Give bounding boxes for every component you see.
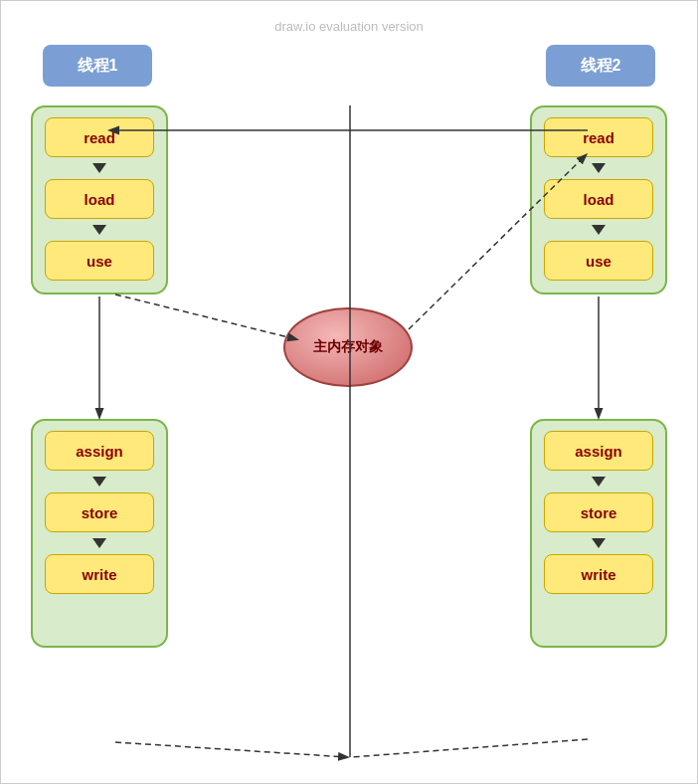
thread1-bot-group: assign store write bbox=[31, 419, 168, 648]
svg-line-2 bbox=[115, 294, 296, 339]
svg-line-7 bbox=[352, 739, 588, 757]
thread1-load: load bbox=[45, 179, 154, 219]
thread2-header: 线程2 bbox=[546, 45, 655, 87]
thread1-top-group: read load use bbox=[31, 105, 168, 294]
arrow bbox=[92, 538, 106, 548]
arrow bbox=[592, 538, 606, 548]
thread2-assign: assign bbox=[544, 431, 653, 471]
arrow bbox=[592, 477, 606, 487]
thread2-load: load bbox=[544, 179, 653, 219]
thread1-use: use bbox=[45, 241, 154, 281]
thread1-header: 线程1 bbox=[43, 45, 152, 87]
thread2-read: read bbox=[544, 117, 653, 157]
watermark: draw.io evaluation version bbox=[274, 19, 424, 34]
thread2-bot-group: assign store write bbox=[530, 419, 667, 648]
thread2-top-group: read load use bbox=[530, 105, 667, 294]
thread1-assign: assign bbox=[45, 431, 154, 471]
memory-object: 主内存对象 bbox=[283, 307, 413, 387]
thread1-store: store bbox=[45, 492, 154, 532]
canvas: draw.io evaluation version 线程1 线程2 read … bbox=[0, 0, 698, 784]
svg-line-4 bbox=[115, 742, 347, 757]
arrow bbox=[92, 225, 106, 235]
arrow bbox=[592, 163, 606, 173]
thread2-write: write bbox=[544, 554, 653, 594]
thread1-write: write bbox=[45, 554, 154, 594]
thread1-read: read bbox=[45, 117, 154, 157]
thread2-store: store bbox=[544, 492, 653, 532]
arrow bbox=[592, 225, 606, 235]
thread2-use: use bbox=[544, 241, 653, 281]
arrow bbox=[92, 163, 106, 173]
arrow bbox=[92, 477, 106, 487]
